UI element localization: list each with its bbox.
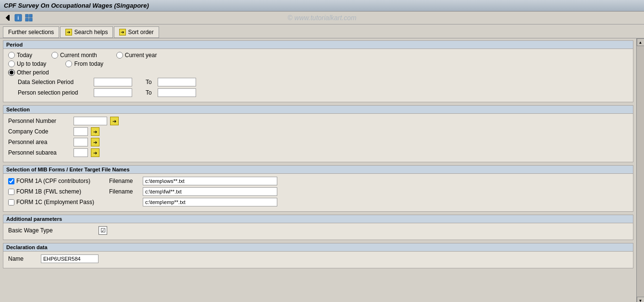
personnel-area-arrow-btn[interactable]: ➔	[91, 138, 99, 146]
tab-bar: Further selections ➔ Search helps ➔ Sort…	[0, 24, 644, 38]
company-code-input[interactable]	[74, 127, 88, 136]
selection-section: Selection Personnel Number ➔ Company Cod…	[3, 105, 633, 162]
declaration-section-body: Name	[3, 252, 633, 268]
main-layout: Period Today Current month Current yea	[0, 38, 644, 302]
layout-icon[interactable]	[24, 13, 34, 23]
radio-up-to-today-label: Up to today	[17, 60, 46, 67]
form-1b-row: FORM 1B (FWL scheme) Filename	[8, 187, 628, 196]
person-selection-period-row: Person selection period To	[18, 88, 628, 97]
personnel-number-arrow-btn[interactable]: ➔	[110, 117, 119, 125]
back-icon[interactable]	[3, 13, 12, 23]
radio-from-today-input[interactable]	[65, 60, 72, 67]
form-1b-label-wrapper: FORM 1B (FWL scheme)	[8, 188, 104, 195]
form-1c-input[interactable]	[143, 198, 277, 206]
info-icon[interactable]: i	[13, 13, 23, 23]
form-1a-label: FORM 1A (CPF contributors)	[16, 178, 90, 184]
radio-up-to-today-input[interactable]	[8, 60, 15, 67]
content-area: Period Today Current month Current yea	[0, 38, 636, 302]
svg-text:i: i	[18, 15, 19, 21]
data-selection-to-input[interactable]	[158, 78, 196, 86]
radio-today-label: Today	[17, 52, 32, 59]
personnel-number-label: Personnel Number	[8, 118, 71, 124]
additional-params-body: Basic Wage Type ☑	[3, 223, 633, 240]
personnel-subarea-label: Personnel subarea	[8, 149, 71, 156]
data-selection-from-input[interactable]	[94, 78, 132, 86]
period-row-2: Up to today From today	[8, 60, 628, 67]
personnel-area-input[interactable]	[74, 138, 88, 146]
company-code-label: Company Code	[8, 128, 71, 135]
page-title: CPF Survey On Occupational Wages (Singap…	[4, 2, 149, 9]
personnel-subarea-row: Personnel subarea ➔	[8, 148, 628, 157]
radio-today: Today	[8, 52, 32, 59]
form-1b-label: FORM 1B (FWL scheme)	[16, 188, 81, 195]
personnel-number-row: Personnel Number ➔	[8, 117, 628, 125]
radio-current-month-label: Current month	[60, 52, 97, 59]
radio-current-year-input[interactable]	[116, 52, 123, 59]
personnel-subarea-input[interactable]	[74, 148, 88, 157]
radio-today-input[interactable]	[8, 52, 15, 59]
basic-wage-type-row: Basic Wage Type ☑	[8, 226, 628, 235]
form-1c-row: FORM 1C (Employment Pass)	[8, 198, 628, 206]
selection-section-header: Selection	[3, 106, 633, 114]
tab-further-selections-label: Further selections	[8, 29, 54, 36]
form-1a-checkbox[interactable]	[8, 178, 14, 184]
data-selection-period-row: Data Selection Period To	[18, 78, 628, 86]
selection-section-body: Personnel Number ➔ Company Code ➔ Person…	[3, 114, 633, 162]
watermark: © www.tutorialkart.com	[287, 14, 356, 22]
company-code-arrow-btn[interactable]: ➔	[91, 127, 99, 136]
form-1c-label: FORM 1C (Employment Pass)	[16, 199, 94, 205]
form-1b-filename-label: Filename	[109, 188, 138, 195]
radio-current-year: Current year	[116, 52, 157, 59]
person-selection-to-label: To	[146, 89, 152, 96]
scrollbar: ▲ ▼	[636, 38, 644, 302]
form-1a-filename-label: Filename	[109, 178, 138, 184]
personnel-area-row: Personnel area ➔	[8, 138, 628, 146]
tab-sort-order-label: Sort order	[128, 29, 153, 36]
declaration-section-header: Declaration data	[3, 243, 633, 252]
data-selection-label: Data Selection Period	[18, 79, 90, 85]
period-section-body: Today Current month Current year	[3, 49, 633, 102]
radio-current-month-input[interactable]	[51, 52, 58, 59]
form-1a-input[interactable]	[143, 177, 277, 185]
basic-wage-type-checkbox[interactable]: ☑	[99, 226, 107, 235]
scroll-up-btn[interactable]: ▲	[637, 38, 644, 46]
form-1b-input[interactable]	[143, 187, 277, 196]
declaration-name-input[interactable]	[41, 254, 99, 263]
radio-current-year-label: Current year	[125, 52, 157, 59]
tab-sort-order[interactable]: ➔ Sort order	[114, 26, 159, 38]
mib-forms-section: Selection of MIB Forms / Enter Target Fi…	[3, 165, 633, 212]
tab-further-selections[interactable]: Further selections	[3, 26, 59, 38]
radio-other-period-input[interactable]	[8, 69, 15, 76]
company-code-row: Company Code ➔	[8, 127, 628, 136]
form-1a-row: FORM 1A (CPF contributors) Filename	[8, 177, 628, 185]
svg-rect-5	[29, 14, 32, 17]
radio-from-today: From today	[65, 60, 103, 67]
radio-current-month: Current month	[51, 52, 97, 59]
person-selection-label: Person selection period	[18, 89, 90, 96]
scroll-down-btn[interactable]: ▼	[637, 297, 644, 302]
tab-search-helps-arrow: ➔	[65, 29, 72, 36]
declaration-section: Declaration data Name	[3, 243, 633, 268]
form-1c-checkbox[interactable]	[8, 199, 14, 205]
svg-rect-1	[9, 15, 10, 21]
form-1a-label-wrapper: FORM 1A (CPF contributors)	[8, 178, 104, 184]
additional-params-section: Additional parameters Basic Wage Type ☑	[3, 215, 633, 240]
toolbar: i © www.tutorialkart.com	[0, 12, 644, 24]
person-selection-to-input[interactable]	[158, 88, 196, 97]
additional-params-header: Additional parameters	[3, 215, 633, 223]
data-selection-to-label: To	[146, 79, 152, 85]
person-selection-from-input[interactable]	[94, 88, 132, 97]
tab-search-helps[interactable]: ➔ Search helps	[60, 26, 113, 38]
mib-forms-section-body: FORM 1A (CPF contributors) Filename FORM…	[3, 174, 633, 211]
mib-forms-section-header: Selection of MIB Forms / Enter Target Fi…	[3, 166, 633, 174]
personnel-area-label: Personnel area	[8, 139, 71, 145]
title-bar: CPF Survey On Occupational Wages (Singap…	[0, 0, 644, 12]
period-section-header: Period	[3, 41, 633, 49]
form-1c-label-wrapper: FORM 1C (Employment Pass)	[8, 199, 104, 205]
svg-marker-0	[6, 15, 9, 21]
declaration-name-row: Name	[8, 254, 628, 263]
personnel-number-input[interactable]	[74, 117, 107, 125]
form-1b-checkbox[interactable]	[8, 189, 14, 195]
personnel-subarea-arrow-btn[interactable]: ➔	[91, 148, 99, 157]
declaration-name-label: Name	[8, 255, 37, 262]
